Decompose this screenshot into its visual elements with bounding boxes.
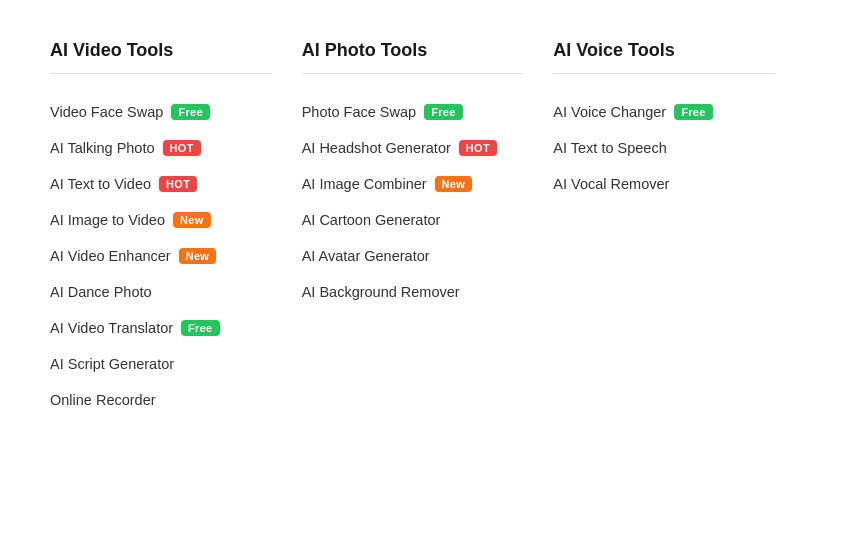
menu-item[interactable]: AI Video EnhancerNew <box>50 238 272 274</box>
menu-item-label: AI Video Enhancer <box>50 248 171 264</box>
menu-item-label: AI Video Translator <box>50 320 173 336</box>
menu-item-label: AI Script Generator <box>50 356 174 372</box>
column-video: AI Video ToolsVideo Face SwapFreeAI Talk… <box>50 40 302 496</box>
menu-item-label: AI Text to Video <box>50 176 151 192</box>
menu-item[interactable]: AI Cartoon Generator <box>302 202 524 238</box>
column-title-video: AI Video Tools <box>50 40 272 61</box>
menu-item[interactable]: AI Talking PhotoHOT <box>50 130 272 166</box>
menu-item-label: AI Text to Speech <box>553 140 666 156</box>
menu-item[interactable]: Online Recorder <box>50 382 272 418</box>
menu-item-label: Photo Face Swap <box>302 104 416 120</box>
divider-voice <box>553 73 775 74</box>
menu-item[interactable]: AI Headshot GeneratorHOT <box>302 130 524 166</box>
menu-item-label: AI Image Combiner <box>302 176 427 192</box>
badge-hot: HOT <box>459 140 497 156</box>
menu-item-label: AI Vocal Remover <box>553 176 669 192</box>
badge-hot: HOT <box>159 176 197 192</box>
badge-new: New <box>173 212 211 228</box>
menu-item[interactable]: AI Vocal Remover <box>553 166 775 202</box>
menu-container: AI Video ToolsVideo Face SwapFreeAI Talk… <box>0 0 855 536</box>
menu-item[interactable]: Photo Face SwapFree <box>302 94 524 130</box>
menu-item-label: Online Recorder <box>50 392 156 408</box>
column-photo: AI Photo ToolsPhoto Face SwapFreeAI Head… <box>302 40 554 496</box>
badge-new: New <box>179 248 217 264</box>
menu-item[interactable]: Video Face SwapFree <box>50 94 272 130</box>
menu-item[interactable]: AI Background Remover <box>302 274 524 310</box>
divider-photo <box>302 73 524 74</box>
column-title-photo: AI Photo Tools <box>302 40 524 61</box>
badge-free: Free <box>674 104 712 120</box>
menu-item[interactable]: AI Video TranslatorFree <box>50 310 272 346</box>
menu-item[interactable]: AI Avatar Generator <box>302 238 524 274</box>
divider-video <box>50 73 272 74</box>
menu-item-label: AI Cartoon Generator <box>302 212 441 228</box>
badge-free: Free <box>171 104 209 120</box>
menu-item[interactable]: AI Script Generator <box>50 346 272 382</box>
menu-item-label: Video Face Swap <box>50 104 163 120</box>
menu-item[interactable]: AI Voice ChangerFree <box>553 94 775 130</box>
menu-item[interactable]: AI Text to VideoHOT <box>50 166 272 202</box>
menu-item[interactable]: AI Text to Speech <box>553 130 775 166</box>
menu-item-label: AI Talking Photo <box>50 140 155 156</box>
menu-item-label: AI Headshot Generator <box>302 140 451 156</box>
column-voice: AI Voice ToolsAI Voice ChangerFreeAI Tex… <box>553 40 805 496</box>
column-title-voice: AI Voice Tools <box>553 40 775 61</box>
menu-item-label: AI Background Remover <box>302 284 460 300</box>
menu-item-label: AI Image to Video <box>50 212 165 228</box>
badge-free: Free <box>424 104 462 120</box>
badge-free: Free <box>181 320 219 336</box>
menu-item[interactable]: AI Dance Photo <box>50 274 272 310</box>
menu-item-label: AI Avatar Generator <box>302 248 430 264</box>
menu-item[interactable]: AI Image to VideoNew <box>50 202 272 238</box>
menu-item-label: AI Voice Changer <box>553 104 666 120</box>
menu-item-label: AI Dance Photo <box>50 284 152 300</box>
badge-hot: HOT <box>163 140 201 156</box>
menu-item[interactable]: AI Image CombinerNew <box>302 166 524 202</box>
badge-new: New <box>435 176 473 192</box>
